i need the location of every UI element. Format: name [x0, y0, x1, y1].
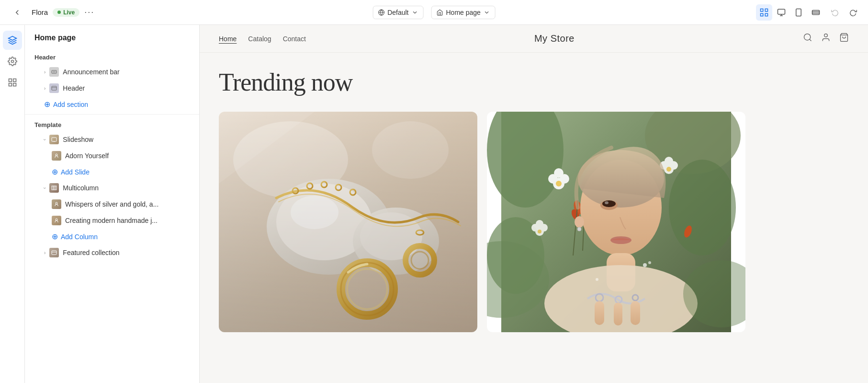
plus-icon: ⊕	[52, 167, 58, 176]
svg-line-33	[810, 39, 812, 41]
grid-button[interactable]	[3, 73, 22, 92]
sidebar-item-whisper[interactable]: Whispers of silver and gold, a...	[25, 196, 199, 212]
svg-point-103	[648, 261, 651, 264]
multicolumn-icon	[49, 183, 59, 193]
svg-rect-5	[765, 13, 767, 16]
svg-rect-97	[595, 301, 604, 325]
chevron-icon: ›	[44, 70, 45, 75]
jewelry-image	[219, 112, 477, 332]
template-section-label: Template	[25, 116, 199, 131]
homepage-dropdown[interactable]: Home page	[431, 6, 495, 19]
add-column-label: Add Column	[61, 233, 98, 241]
main-layout: Home page Header › Announcement bar › He…	[0, 25, 868, 383]
undo-button[interactable]	[828, 5, 842, 20]
view-icons	[756, 4, 824, 21]
svg-point-88	[605, 201, 609, 204]
svg-rect-17	[13, 83, 16, 86]
svg-point-102	[643, 263, 647, 267]
svg-point-23	[54, 141, 55, 142]
add-column-button[interactable]: ⊕ Add Column	[25, 229, 199, 244]
extra-view-btn[interactable]	[808, 4, 824, 21]
layers-button[interactable]	[3, 31, 22, 50]
svg-point-67	[556, 181, 562, 186]
woman-card	[487, 112, 745, 332]
sidebar-item-featured[interactable]: › Featured collection	[25, 244, 199, 261]
whisper-label: Whispers of silver and gold, a...	[65, 200, 158, 208]
svg-rect-3	[765, 9, 767, 11]
header-label: Header	[63, 84, 85, 92]
add-slide-button[interactable]: ⊕ Add Slide	[25, 164, 199, 180]
chevron-down-icon: ›	[42, 187, 47, 188]
sidebar: Home page Header › Announcement bar › He…	[25, 25, 200, 383]
live-badge: Live	[53, 8, 79, 17]
svg-point-90	[575, 216, 584, 228]
back-button[interactable]	[8, 3, 27, 22]
svg-rect-14	[9, 79, 11, 82]
svg-point-77	[538, 230, 541, 233]
store-name: My Store	[534, 33, 575, 44]
preview-inner: Home Catalog Contact My Store	[200, 25, 868, 383]
creating-label: Creating modern handmade j...	[65, 217, 158, 224]
topbar-center: Default Home page	[372, 6, 496, 19]
more-button[interactable]: ···	[84, 7, 94, 17]
divider	[25, 114, 199, 115]
user-icon[interactable]	[821, 33, 831, 45]
svg-rect-22	[52, 138, 56, 141]
svg-point-34	[824, 34, 828, 37]
header-icon	[49, 83, 59, 93]
nav-home[interactable]: Home	[219, 35, 237, 43]
sidebar-item-slideshow[interactable]: › Slideshow	[25, 131, 199, 148]
chevron-icon: ›	[44, 86, 45, 91]
svg-rect-15	[13, 79, 16, 82]
svg-rect-4	[761, 13, 763, 16]
multicolumn-label: Multicolumn	[63, 184, 99, 192]
svg-point-29	[56, 219, 57, 221]
chevron-down-icon: ›	[42, 139, 47, 140]
store-nav-links: Home Catalog Contact	[219, 35, 306, 43]
add-section-button[interactable]: ⊕ Add section	[25, 96, 199, 112]
redo-button[interactable]	[846, 5, 860, 20]
sidebar-item-multicolumn[interactable]: › Multicolumn	[25, 180, 199, 196]
creating-icon	[52, 216, 61, 225]
svg-rect-16	[9, 83, 11, 86]
sidebar-title: Home page	[25, 25, 199, 49]
header-section-label: Header	[25, 49, 199, 64]
icon-rail	[0, 25, 25, 383]
featured-label: Featured collection	[63, 249, 119, 256]
nav-contact[interactable]: Contact	[283, 35, 306, 43]
hero-section: Trending now	[200, 53, 868, 106]
sidebar-item-creating[interactable]: Creating modern handmade j...	[25, 212, 199, 229]
sidebar-item-adorn[interactable]: Adorn Yourself	[25, 148, 199, 164]
select-view-btn[interactable]	[756, 4, 772, 21]
svg-rect-6	[778, 9, 785, 14]
svg-point-71	[665, 157, 673, 165]
woman-image	[487, 112, 745, 332]
svg-rect-11	[812, 10, 820, 14]
nav-catalog[interactable]: Catalog	[248, 35, 271, 43]
svg-point-13	[11, 60, 13, 63]
svg-rect-30	[52, 251, 56, 255]
svg-rect-2	[761, 9, 763, 11]
cart-icon[interactable]	[839, 33, 849, 45]
svg-point-61	[669, 160, 736, 255]
settings-button[interactable]	[3, 52, 22, 71]
svg-point-72	[666, 167, 671, 172]
mobile-view-btn[interactable]	[790, 4, 807, 21]
cards-area	[200, 106, 868, 338]
svg-rect-27	[55, 186, 56, 190]
add-section-label: Add section	[53, 101, 88, 108]
store-nav: Home Catalog Contact My Store	[200, 25, 868, 53]
announcement-bar-icon	[49, 67, 59, 77]
default-dropdown[interactable]: Default	[372, 6, 423, 19]
svg-marker-12	[8, 36, 16, 40]
desktop-view-btn[interactable]	[773, 4, 789, 21]
app-name: Flora	[32, 8, 48, 16]
search-icon[interactable]	[803, 33, 812, 45]
plus-icon: ⊕	[44, 100, 50, 109]
topbar-right	[756, 4, 860, 21]
sidebar-item-header[interactable]: › Header	[25, 80, 199, 96]
svg-point-104	[596, 278, 598, 281]
sidebar-item-announcement-bar[interactable]: › Announcement bar	[25, 64, 199, 80]
plus-icon: ⊕	[52, 232, 58, 241]
svg-point-87	[602, 200, 616, 207]
